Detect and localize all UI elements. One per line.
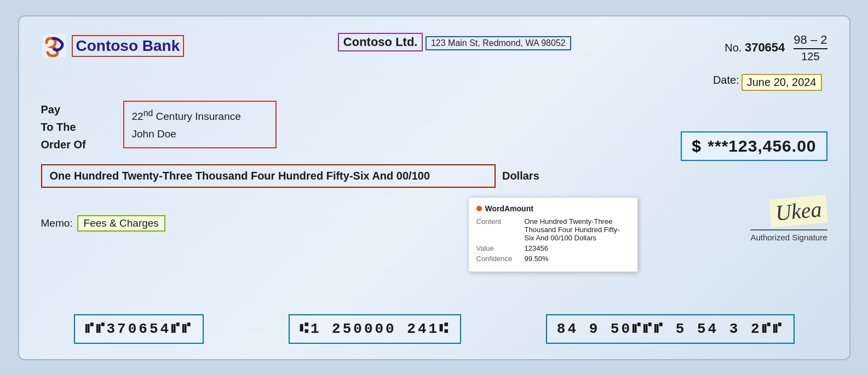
tooltip-value-label: Value	[476, 244, 520, 252]
bank-logo-block: Contoso Bank	[41, 33, 185, 59]
payee-line1: 22nd Century Insurance	[132, 106, 268, 126]
tooltip-header: WordAmount	[476, 204, 630, 213]
check-document: Contoso Bank Contoso Ltd. 123 Main St, R…	[18, 15, 850, 360]
header-row: Contoso Bank Contoso Ltd. 123 Main St, R…	[41, 33, 827, 63]
fraction-block: 98 – 2 125	[794, 33, 827, 63]
check-no-row: No. 370654 98 – 2 125	[725, 33, 827, 63]
payee-block: 22nd Century Insurance John Doe	[123, 101, 277, 149]
tooltip-confidence-row: Confidence 99.50%	[476, 255, 630, 263]
signature-image: Ukea	[769, 194, 828, 227]
word-amount-row: One Hundred Twenty-Three Thousand Four H…	[41, 164, 827, 188]
amount-block: $ ***123,456.00	[681, 131, 827, 161]
signature-area: Ukea Authorized Signature	[750, 197, 827, 242]
tooltip-dot	[476, 206, 482, 211]
date-label: Date:	[713, 74, 739, 91]
memo-value: Fees & Charges	[77, 215, 165, 232]
check-number: 370654	[745, 41, 785, 54]
bank-name: Contoso Bank	[72, 35, 185, 57]
micr-account: 84 9 50⑈⑈⑈ 5 54 3 2⑈⑈	[546, 314, 795, 344]
word-amount-text: One Hundred Twenty-Three Thousand Four H…	[41, 164, 496, 188]
micr-routing: ⑆1 250000 241⑆	[289, 314, 461, 344]
tooltip-field-name: WordAmount	[485, 204, 533, 213]
memo-label: Memo:	[41, 217, 73, 229]
tooltip-content-value: One Hundred Twenty-Three Thousand Four H…	[525, 217, 630, 242]
tooltip-content-row: Content One Hundred Twenty-Three Thousan…	[476, 217, 630, 242]
amount-value: ***123,456.00	[708, 137, 816, 155]
fraction-bottom: 125	[794, 50, 827, 63]
memo-row: Memo: Fees & Charges	[41, 215, 827, 232]
company-address: 123 Main St, Redmond, WA 98052	[426, 36, 571, 50]
pay-label: Pay To The Order Of	[41, 101, 123, 153]
payee-line2: John Doe	[132, 125, 268, 143]
bank-logo-icon	[41, 33, 67, 59]
tooltip-content-label: Content	[476, 217, 520, 242]
check-number-block: No. 370654 98 – 2 125	[725, 33, 827, 63]
tooltip-numeric-value: 123456	[525, 244, 630, 252]
authorized-signature-label: Authorized Signature	[750, 233, 827, 242]
signature-line	[750, 229, 827, 230]
tooltip-confidence-value: 99.50%	[525, 255, 630, 263]
micr-row: ⑈⑈370654⑈⑈ ⑆1 250000 241⑆ 84 9 50⑈⑈⑈ 5 5…	[19, 314, 849, 344]
check-no-label: No. 370654	[725, 41, 785, 55]
fraction-top: 98 – 2	[794, 33, 827, 49]
tooltip-value-row: Value 123456	[476, 244, 630, 252]
dollars-label: Dollars	[502, 170, 539, 182]
tooltip-box: WordAmount Content One Hundred Twenty-Th…	[468, 197, 638, 272]
company-name: Contoso Ltd.	[338, 33, 423, 51]
micr-check-number: ⑈⑈370654⑈⑈	[74, 314, 204, 344]
date-value: June 20, 2024	[741, 74, 822, 91]
dollar-sign: $	[692, 137, 701, 155]
company-block: Contoso Ltd. 123 Main St, Redmond, WA 98…	[338, 33, 571, 54]
tooltip-confidence-label: Confidence	[476, 255, 520, 263]
date-row: Date: June 20, 2024	[41, 74, 827, 91]
